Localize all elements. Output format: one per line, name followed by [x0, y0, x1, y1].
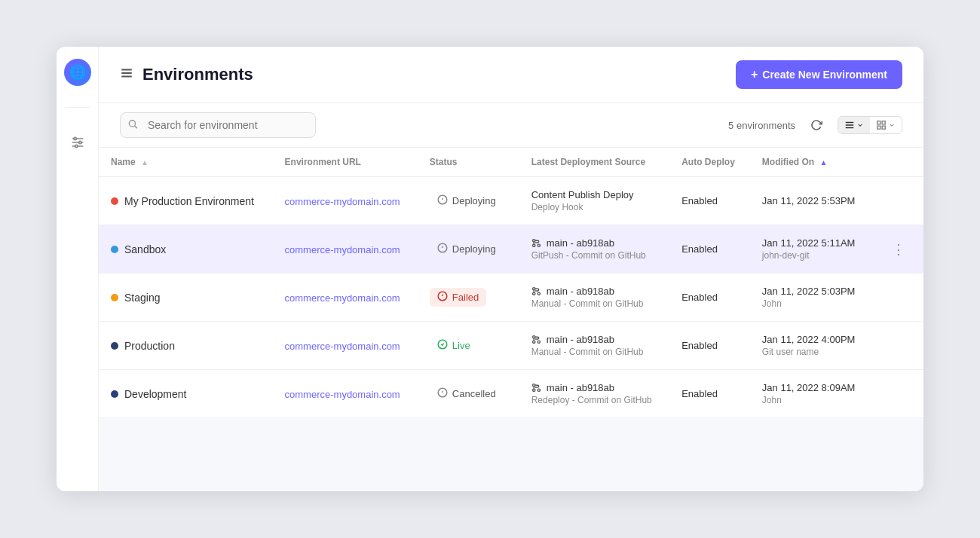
cell-name-4: Production — [99, 322, 273, 370]
deploy-source-5: main - ab918ab Redeploy - Commit on GitH… — [531, 382, 657, 405]
cell-status-1: Deploying — [418, 177, 519, 225]
environment-count: 5 environments — [728, 120, 795, 131]
svg-point-30 — [537, 292, 540, 295]
table-row[interactable]: Sandbox commerce-mydomain.com Deploying … — [99, 225, 923, 274]
env-dot-1 — [111, 197, 118, 205]
status-badge-4: Live — [430, 336, 478, 355]
modified-date-2: Jan 11, 2022 5:11AM — [762, 237, 860, 249]
table-row[interactable]: My Production Environment commerce-mydom… — [99, 177, 923, 225]
status-icon-4 — [437, 339, 448, 352]
status-badge-2: Deploying — [430, 240, 504, 258]
grid-view-button[interactable] — [870, 117, 902, 133]
cell-autodeploy-4: Enabled — [669, 322, 750, 370]
cell-name-2: Sandbox — [99, 225, 273, 274]
more-actions-button-2[interactable]: ⋮ — [886, 238, 911, 261]
env-url-4[interactable]: commerce-mydomain.com — [285, 341, 400, 352]
svg-point-4 — [78, 141, 81, 143]
col-status: Status — [418, 148, 519, 177]
col-url: Environment URL — [273, 148, 418, 177]
cell-autodeploy-2: Enabled — [669, 225, 750, 274]
cell-autodeploy-5: Enabled — [669, 370, 750, 418]
deploy-sub-2: GitPush - Commit on GitHub — [531, 250, 657, 261]
deploy-source-2: main - ab918ab GitPush - Commit on GitHu… — [531, 237, 657, 261]
cell-deployment-5: main - ab918ab Redeploy - Commit on GitH… — [519, 370, 669, 418]
search-icon — [127, 119, 138, 132]
svg-point-24 — [537, 244, 540, 246]
deploy-source-3: main - ab918ab Manual - Commit on GitHub — [531, 286, 657, 309]
svg-point-40 — [537, 389, 540, 391]
table-row[interactable]: Development commerce-mydomain.com Cancel… — [99, 370, 923, 418]
cell-name-3: Staging — [99, 274, 273, 322]
deploy-main-1: Content Publish Deploy — [531, 189, 657, 200]
modified-user-2: john-dev-git — [762, 250, 860, 261]
svg-point-42 — [532, 389, 534, 391]
modified-date-1: Jan 11, 2022 5:53PM — [762, 195, 860, 206]
modified-user-5: John — [762, 395, 860, 405]
env-url-5[interactable]: commerce-mydomain.com — [285, 389, 400, 400]
status-icon-2 — [437, 243, 448, 255]
env-name-text-2: Sandbox — [124, 243, 166, 255]
page-header: Environments + Create New Environment — [99, 47, 923, 103]
refresh-button[interactable] — [804, 113, 828, 137]
table-row[interactable]: Staging commerce-mydomain.com Failed mai… — [99, 274, 923, 322]
deploy-main-5: main - ab918ab — [531, 382, 657, 393]
cell-url-2: commerce-mydomain.com — [273, 225, 418, 274]
modified-date-5: Jan 11, 2022 8:09AM — [762, 382, 860, 393]
table-header: Name ▲ Environment URL Status Latest Dep… — [99, 148, 923, 177]
environments-table: Name ▲ Environment URL Status Latest Dep… — [99, 148, 923, 418]
modified-sort-icon: ▲ — [819, 158, 827, 167]
deploy-main-4: main - ab918ab — [531, 334, 657, 345]
cell-autodeploy-3: Enabled — [669, 274, 750, 322]
deploy-main-3: main - ab918ab — [531, 286, 657, 297]
cell-autodeploy-1: Enabled — [669, 177, 750, 225]
cell-deployment-1: Content Publish Deploy Deploy Hook — [519, 177, 669, 225]
col-actions — [871, 148, 923, 177]
svg-line-10 — [135, 126, 137, 128]
cell-actions-3 — [871, 274, 923, 322]
env-url-3[interactable]: commerce-mydomain.com — [285, 292, 400, 304]
svg-point-32 — [532, 292, 534, 295]
deploy-sub-4: Manual - Commit on GitHub — [531, 347, 657, 357]
status-badge-5: Cancelled — [430, 384, 504, 403]
env-name-text-1: My Production Environment — [124, 195, 254, 207]
table-body: My Production Environment commerce-mydom… — [99, 177, 923, 418]
svg-point-31 — [532, 288, 534, 290]
cell-deployment-2: main - ab918ab GitPush - Commit on GitHu… — [519, 225, 669, 274]
create-button-label: Create New Environment — [762, 69, 887, 81]
modified-date-3: Jan 11, 2022 5:03PM — [762, 286, 860, 297]
env-url-1[interactable]: commerce-mydomain.com — [285, 196, 400, 207]
col-name[interactable]: Name ▲ — [99, 148, 273, 177]
header-left: Environments — [120, 65, 253, 84]
list-view-button[interactable] — [838, 117, 870, 133]
table-row[interactable]: Production commerce-mydomain.com Live ma… — [99, 322, 923, 370]
cell-status-4: Live — [418, 322, 519, 370]
search-input[interactable] — [120, 112, 316, 138]
cell-name-1: My Production Environment — [99, 177, 273, 225]
sidebar-filter-icon[interactable] — [64, 129, 91, 156]
env-dot-4 — [111, 342, 118, 350]
cell-url-5: commerce-mydomain.com — [273, 370, 418, 418]
search-wrap — [120, 112, 316, 138]
deploy-source-1: Content Publish Deploy Deploy Hook — [531, 189, 657, 212]
view-toggle — [838, 116, 902, 134]
deploy-sub-5: Redeploy - Commit on GitHub — [531, 395, 657, 405]
svg-point-26 — [532, 244, 534, 246]
status-badge-3: Failed — [430, 288, 486, 307]
env-name-text-3: Staging — [124, 292, 160, 304]
cell-modified-5: Jan 11, 2022 8:09AM John — [750, 370, 872, 418]
cell-status-3: Failed — [418, 274, 519, 322]
svg-point-41 — [532, 384, 534, 387]
cell-url-3: commerce-mydomain.com — [273, 274, 418, 322]
svg-point-36 — [532, 341, 534, 343]
deploy-main-2: main - ab918ab — [531, 237, 657, 249]
menu-icon[interactable] — [120, 66, 133, 84]
svg-rect-16 — [877, 126, 880, 129]
deploy-sub-1: Deploy Hook — [531, 202, 657, 212]
toolbar: 5 environments — [99, 103, 923, 148]
environments-table-container: Name ▲ Environment URL Status Latest Dep… — [99, 148, 923, 491]
env-url-2[interactable]: commerce-mydomain.com — [285, 244, 400, 255]
env-name-text-5: Development — [124, 388, 187, 400]
create-environment-button[interactable]: + Create New Environment — [736, 60, 902, 89]
cell-modified-2: Jan 11, 2022 5:11AM john-dev-git — [750, 225, 872, 274]
col-modified[interactable]: Modified On ▲ — [750, 148, 872, 177]
